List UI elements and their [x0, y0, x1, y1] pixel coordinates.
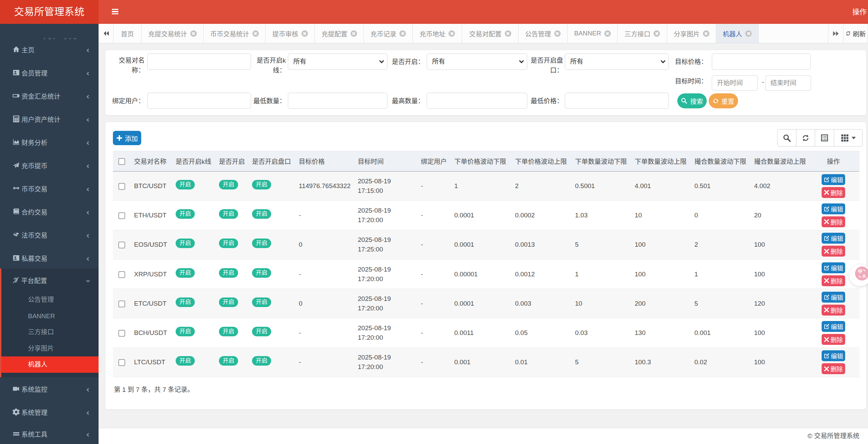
svg-text:A: A — [862, 273, 866, 279]
svg-text:中: 中 — [858, 269, 863, 274]
